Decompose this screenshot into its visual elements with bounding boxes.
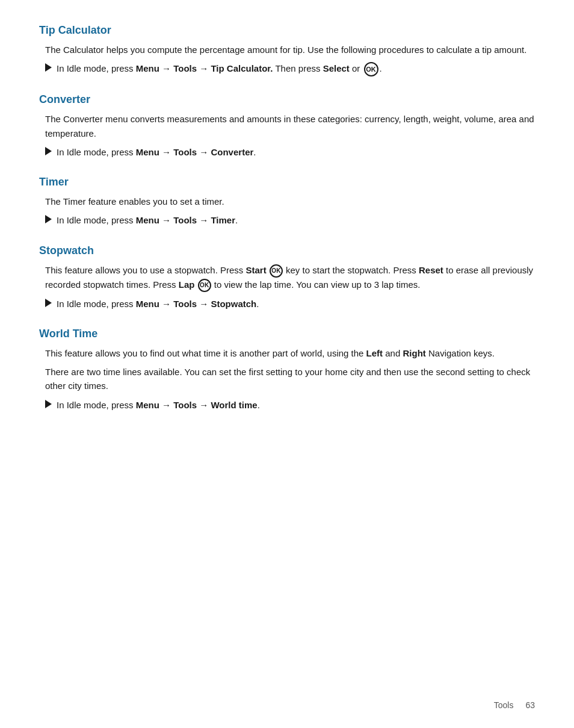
timer-instruction-text: In Idle mode, press Menu → Tools → Timer… <box>57 213 238 227</box>
timer-body: The Timer feature enables you to set a t… <box>45 194 535 228</box>
tip-calculator-title: Tip Calculator <box>39 24 535 37</box>
converter-instruction: In Idle mode, press Menu → Tools → Conve… <box>45 145 535 159</box>
stopwatch-title: Stopwatch <box>39 244 535 257</box>
footer-label: Tools <box>494 700 514 710</box>
stopwatch-para: This feature allows you to use a stopwat… <box>45 263 535 292</box>
tip-calculator-instruction: In Idle mode, press Menu → Tools → Tip C… <box>45 61 535 76</box>
page-number: 63 <box>525 700 535 710</box>
world-time-instruction-text: In Idle mode, press Menu → Tools → World… <box>57 398 260 412</box>
section-world-time: World Time This feature allows you to fi… <box>39 328 535 412</box>
world-time-para2: There are two time lines available. You … <box>45 365 535 393</box>
converter-title: Converter <box>39 93 535 106</box>
stopwatch-instruction: In Idle mode, press Menu → Tools → Stopw… <box>45 297 535 311</box>
converter-body: The Converter menu converts measurements… <box>45 112 535 159</box>
arrow-icon <box>45 63 52 72</box>
stopwatch-body: This feature allows you to use a stopwat… <box>45 263 535 311</box>
arrow-icon <box>45 299 52 307</box>
page-footer: Tools 63 <box>494 700 535 710</box>
converter-instruction-text: In Idle mode, press Menu → Tools → Conve… <box>57 145 256 159</box>
world-time-title: World Time <box>39 328 535 340</box>
stopwatch-instruction-text: In Idle mode, press Menu → Tools → Stopw… <box>57 297 259 311</box>
arrow-icon <box>45 147 52 155</box>
tip-calculator-instruction-text: In Idle mode, press Menu → Tools → Tip C… <box>57 61 382 76</box>
ok-badge-lap: OK <box>198 279 211 292</box>
timer-instruction: In Idle mode, press Menu → Tools → Timer… <box>45 213 535 227</box>
ok-badge: OK <box>364 62 378 76</box>
arrow-icon <box>45 400 52 408</box>
section-timer: Timer The Timer feature enables you to s… <box>39 176 535 228</box>
world-time-para1: This feature allows you to find out what… <box>45 346 535 360</box>
tip-calculator-body: The Calculator helps you compute the per… <box>45 43 535 76</box>
world-time-instruction: In Idle mode, press Menu → Tools → World… <box>45 398 535 412</box>
converter-para: The Converter menu converts measurements… <box>45 112 535 140</box>
section-converter: Converter The Converter menu converts me… <box>39 93 535 159</box>
timer-title: Timer <box>39 176 535 188</box>
tip-calculator-para: The Calculator helps you compute the per… <box>45 43 535 57</box>
arrow-icon <box>45 215 52 223</box>
ok-badge-start: OK <box>270 264 283 278</box>
section-tip-calculator: Tip Calculator The Calculator helps you … <box>39 24 535 76</box>
world-time-body: This feature allows you to find out what… <box>45 346 535 412</box>
page-content: Tip Calculator The Calculator helps you … <box>0 0 574 477</box>
timer-para: The Timer feature enables you to set a t… <box>45 194 535 208</box>
section-stopwatch: Stopwatch This feature allows you to use… <box>39 244 535 311</box>
